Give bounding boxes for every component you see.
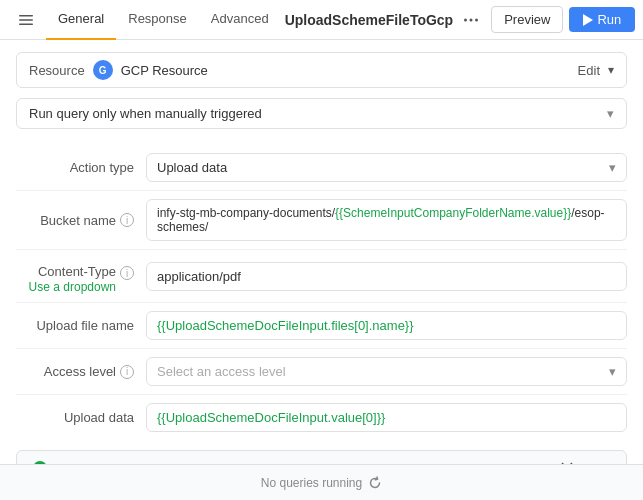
svg-rect-0 <box>19 15 33 17</box>
bottom-bar: No queries running <box>0 464 643 500</box>
status-close-button[interactable]: Close <box>561 461 610 465</box>
field-access-level[interactable]: Select an access level ▾ <box>146 357 627 386</box>
form-row-bucket-name: Bucket name i infy-stg-mb-company-docume… <box>16 191 627 250</box>
label-upload-file-name: Upload file name <box>16 318 146 333</box>
form-row-upload-file-name: Upload file name {{UploadSchemeDocFileIn… <box>16 303 627 349</box>
resource-bar: Resource G GCP Resource Edit ▾ <box>16 52 627 88</box>
tab-response[interactable]: Response <box>116 0 199 40</box>
label-bucket-name: Bucket name i <box>16 213 146 228</box>
sidebar-toggle-button[interactable] <box>12 6 40 34</box>
label-upload-data: Upload data <box>16 410 146 425</box>
run-button[interactable]: Run <box>569 7 635 32</box>
form-section: Action type Upload data ▾ Bucket name i … <box>16 145 627 440</box>
svg-point-4 <box>470 18 473 21</box>
resource-left: Resource G GCP Resource <box>29 60 208 80</box>
status-message: Query ran successfully <box>53 461 185 465</box>
nav-tabs: General Response Advanced <box>46 0 281 40</box>
svg-rect-1 <box>19 19 33 21</box>
resource-label: Resource <box>29 63 85 78</box>
close-label: Close <box>577 461 610 465</box>
trigger-select[interactable]: Run query only when manually triggered ▾ <box>16 98 627 129</box>
label-action-type: Action type <box>16 160 146 175</box>
top-bar-right: Preview Run <box>457 6 643 34</box>
main-content: Resource G GCP Resource Edit ▾ Run query… <box>0 40 643 464</box>
form-row-upload-data: Upload data {{UploadSchemeDocFileInput.v… <box>16 395 627 440</box>
action-type-chevron-icon: ▾ <box>609 160 616 175</box>
field-upload-data[interactable]: {{UploadSchemeDocFileInput.value[0]}} <box>146 403 627 432</box>
resource-edit-button[interactable]: Edit <box>578 63 600 78</box>
more-options-button[interactable] <box>457 6 485 34</box>
bottom-bar-message: No queries running <box>261 476 362 490</box>
resource-chevron-icon[interactable]: ▾ <box>608 63 614 77</box>
close-icon <box>561 462 573 464</box>
svg-point-3 <box>464 18 467 21</box>
status-bar: Query ran successfully Close <box>16 450 627 464</box>
field-upload-file-name[interactable]: {{UploadSchemeDocFileInput.files[0].name… <box>146 311 627 340</box>
top-bar-center: UploadSchemeFileToGcp <box>285 12 454 28</box>
status-left: Query ran successfully <box>33 461 185 465</box>
gcp-resource-icon: G <box>93 60 113 80</box>
field-bucket-name[interactable]: infy-stg-mb-company-documents/{{SchemeIn… <box>146 199 627 241</box>
tab-advanced[interactable]: Advanced <box>199 0 281 40</box>
label-content-type: Content-Type Use a dropdown i <box>16 258 146 294</box>
use-dropdown-link[interactable]: Use a dropdown <box>29 280 116 294</box>
form-row-action-type: Action type Upload data ▾ <box>16 145 627 191</box>
svg-rect-2 <box>19 23 33 25</box>
field-content-type[interactable]: application/pdf <box>146 262 627 291</box>
info-access-level-icon[interactable]: i <box>120 365 134 379</box>
svg-marker-6 <box>583 14 593 26</box>
info-content-type-icon[interactable]: i <box>120 266 134 280</box>
form-row-access-level: Access level i Select an access level ▾ <box>16 349 627 395</box>
field-action-type[interactable]: Upload data ▾ <box>146 153 627 182</box>
label-access-level: Access level i <box>16 364 146 379</box>
svg-point-5 <box>475 18 478 21</box>
top-bar-left: General Response Advanced <box>12 0 281 40</box>
resource-name: GCP Resource <box>121 63 208 78</box>
check-icon <box>33 461 47 464</box>
preview-button[interactable]: Preview <box>491 6 563 33</box>
access-level-chevron-icon: ▾ <box>609 364 616 379</box>
query-title: UploadSchemeFileToGcp <box>285 12 454 28</box>
tab-general[interactable]: General <box>46 0 116 40</box>
trigger-chevron-icon: ▾ <box>607 106 614 121</box>
resource-right: Edit ▾ <box>578 63 614 78</box>
svg-point-7 <box>33 461 47 464</box>
refresh-icon <box>368 476 382 490</box>
info-bucket-name-icon[interactable]: i <box>120 213 134 227</box>
trigger-value: Run query only when manually triggered <box>29 106 262 121</box>
top-bar: General Response Advanced UploadSchemeFi… <box>0 0 643 40</box>
form-row-content-type: Content-Type Use a dropdown i applicatio… <box>16 250 627 303</box>
